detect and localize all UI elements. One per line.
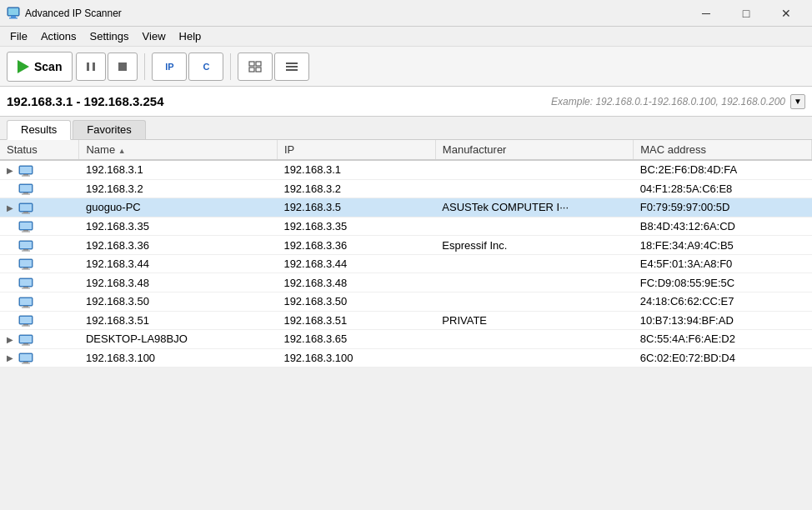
cell-mac: 6C:02:E0:72:BD:D4 xyxy=(634,348,812,368)
col-header-name[interactable]: Name ▲ xyxy=(79,140,277,160)
cell-mac: F0:79:59:97:00:5D xyxy=(634,198,812,218)
cell-manufacturer xyxy=(435,217,633,236)
svg-rect-10 xyxy=(256,68,261,72)
table-row[interactable]: ▶ guoguo-PC192.168.3.5ASUSTek COMPUTER I… xyxy=(0,198,812,218)
ip-view-button[interactable]: IP xyxy=(152,52,187,81)
cell-name: 192.168.3.48 xyxy=(79,273,277,292)
monitor-icon xyxy=(18,352,33,364)
monitor-icon xyxy=(18,221,33,232)
ip-example-text: Example: 192.168.0.1-192.168.0.100, 192.… xyxy=(551,96,789,108)
table-row[interactable]: ▶ DESKTOP-LA98BJO192.168.3.658C:55:4A:F6… xyxy=(0,330,812,349)
cell-manufacturer xyxy=(435,292,633,311)
svg-rect-2 xyxy=(9,18,18,19)
table-row[interactable]: ▶ 192.168.3.51192.168.3.51PRIVATE10:B7:1… xyxy=(0,311,812,330)
tab-results[interactable]: Results xyxy=(7,120,71,140)
cell-name: 192.168.3.35 xyxy=(79,217,277,236)
svg-rect-13 xyxy=(286,69,298,71)
cell-manufacturer xyxy=(435,254,633,273)
svg-rect-11 xyxy=(286,62,298,64)
cell-status: ▶ xyxy=(0,198,79,218)
table-row[interactable]: ▶ 192.168.3.36192.168.3.36Espressif Inc.… xyxy=(0,236,812,255)
svg-rect-37 xyxy=(22,269,30,270)
ip-dropdown-arrow[interactable]: ▼ xyxy=(790,94,805,109)
svg-rect-9 xyxy=(249,68,254,72)
menu-settings[interactable]: Settings xyxy=(83,28,136,44)
cell-manufacturer xyxy=(435,330,633,349)
svg-rect-12 xyxy=(286,66,298,68)
menu-actions[interactable]: Actions xyxy=(34,28,83,44)
table-row[interactable]: ▶ 192.168.3.35192.168.3.35B8:4D:43:12:6A… xyxy=(0,217,812,236)
cell-status: ▶ xyxy=(0,160,79,179)
table-body: ▶ 192.168.3.1192.168.3.1BC:2E:F6:D8:4D:F… xyxy=(0,160,812,368)
pause-button[interactable] xyxy=(76,52,106,81)
menu-help[interactable]: Help xyxy=(173,28,208,44)
monitor-icon xyxy=(18,258,33,270)
menu-view[interactable]: View xyxy=(136,28,173,44)
menu-bar: File Actions Settings View Help xyxy=(0,27,812,47)
cell-status: ▶ xyxy=(0,311,79,330)
cell-manufacturer: ASUSTek COMPUTER I··· xyxy=(435,198,633,218)
svg-rect-39 xyxy=(20,279,32,286)
maximize-button[interactable]: □ xyxy=(727,2,765,25)
col-header-status[interactable]: Status xyxy=(0,140,79,160)
svg-rect-55 xyxy=(20,354,32,361)
svg-rect-7 xyxy=(249,62,254,66)
play-icon xyxy=(18,60,29,73)
monitor-icon xyxy=(18,202,33,214)
expand-icon[interactable]: ▶ xyxy=(7,335,17,345)
scan-button[interactable]: Scan xyxy=(7,52,73,82)
col-header-manufacturer[interactable]: Manufacturer xyxy=(435,140,633,160)
cell-name: guoguo-PC xyxy=(79,198,277,218)
svg-rect-31 xyxy=(20,242,32,248)
cell-ip: 192.168.3.5 xyxy=(277,198,435,218)
svg-rect-49 xyxy=(22,326,30,327)
minimize-button[interactable]: ─ xyxy=(687,2,725,25)
ip-bar: Example: 192.168.0.1-192.168.0.100, 192.… xyxy=(0,87,812,117)
col-header-ip[interactable]: IP xyxy=(277,140,435,160)
table-row[interactable]: ▶ 192.168.3.1192.168.3.1BC:2E:F6:D8:4D:F… xyxy=(0,160,812,179)
stop-button[interactable] xyxy=(108,52,138,81)
svg-rect-25 xyxy=(22,212,30,213)
svg-rect-33 xyxy=(22,250,30,251)
monitor-icon xyxy=(18,334,33,346)
table-row[interactable]: ▶ 192.168.3.50192.168.3.5024:18:C6:62:CC… xyxy=(0,292,812,311)
c-icon: C xyxy=(203,62,209,72)
name-sort-arrow: ▲ xyxy=(118,147,126,155)
close-button[interactable]: ✕ xyxy=(767,2,805,25)
svg-rect-8 xyxy=(256,62,261,66)
table-row[interactable]: ▶ 192.168.3.44192.168.3.44E4:5F:01:3A:A8… xyxy=(0,254,812,273)
expand-icon[interactable]: ▶ xyxy=(7,203,17,213)
svg-rect-1 xyxy=(11,16,16,18)
svg-rect-40 xyxy=(23,287,28,288)
monitor-icon xyxy=(18,278,33,289)
toolbar-separator-2 xyxy=(230,53,231,80)
cell-mac: 8C:55:4A:F6:AE:D2 xyxy=(634,330,812,349)
cell-name: 192.168.3.2 xyxy=(79,179,277,198)
cell-ip: 192.168.3.1 xyxy=(277,160,435,179)
pause-stop-group xyxy=(76,52,138,81)
toolbar: Scan IP C xyxy=(0,47,812,87)
ip-range-input[interactable] xyxy=(7,94,240,108)
expand-icon[interactable]: ▶ xyxy=(7,353,17,363)
cell-mac: E4:5F:01:3A:A8:F0 xyxy=(634,254,812,273)
svg-rect-47 xyxy=(20,317,32,323)
c-view-button[interactable]: C xyxy=(188,52,223,81)
list-view-button[interactable] xyxy=(274,52,309,81)
expand-icon[interactable]: ▶ xyxy=(7,166,17,176)
table-row[interactable]: ▶ 192.168.3.2192.168.3.204:F1:28:5A:C6:E… xyxy=(0,179,812,198)
svg-rect-15 xyxy=(20,167,32,173)
svg-rect-57 xyxy=(22,363,30,364)
grid-view-button[interactable] xyxy=(238,52,273,81)
stop-icon xyxy=(117,61,128,72)
monitor-icon xyxy=(18,240,33,252)
table-row[interactable]: ▶ 192.168.3.48192.168.3.48FC:D9:08:55:9E… xyxy=(0,273,812,292)
cell-name: 192.168.3.100 xyxy=(79,348,277,368)
title-bar-controls: ─ □ ✕ xyxy=(687,2,805,25)
cell-status: ▶ xyxy=(0,273,79,292)
menu-file[interactable]: File xyxy=(3,28,34,44)
col-header-mac[interactable]: MAC address xyxy=(634,140,812,160)
tab-favorites[interactable]: Favorites xyxy=(73,120,145,139)
table-row[interactable]: ▶ 192.168.3.100192.168.3.1006C:02:E0:72:… xyxy=(0,348,812,368)
cell-mac: B8:4D:43:12:6A:CD xyxy=(634,217,812,236)
cell-ip: 192.168.3.51 xyxy=(277,311,435,330)
